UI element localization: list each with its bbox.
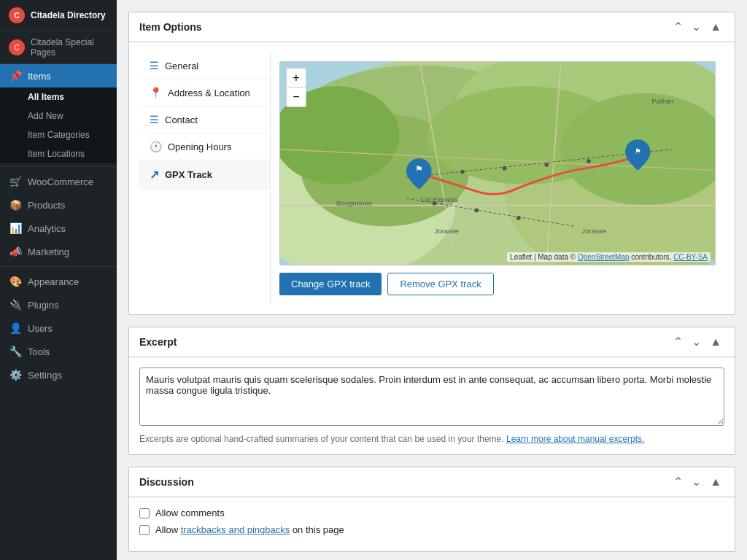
sidebar-item-items[interactable]: 📌 Items (0, 64, 117, 88)
sidebar-divider-2 (0, 266, 117, 267)
sidebar-brand-citadela-directory[interactable]: C Citadela Directory (0, 0, 117, 31)
allow-comments-checkbox[interactable] (139, 508, 150, 518)
item-options-panel-title: Item Options (139, 21, 202, 33)
discussion-allow-comments-item: Allow comments (139, 508, 724, 518)
tab-contact[interactable]: ☰ Contact (139, 106, 270, 133)
ccbysa-link[interactable]: CC-BY-SA (673, 253, 708, 261)
tab-opening-hours[interactable]: 🕐 Opening Hours (139, 133, 270, 160)
sidebar-item-marketing[interactable]: 📣 Marketing (0, 240, 117, 263)
discussion-panel-header: Discussion ⌃ ⌄ ▲ (129, 467, 735, 497)
excerpt-panel-body: Mauris volutpat mauris quis quam sceleri… (129, 357, 735, 454)
sidebar-item-appearance[interactable]: 🎨 Appearance (0, 270, 117, 293)
sidebar-item-users[interactable]: 👤 Users (0, 316, 117, 340)
sidebar-submenu-add-new[interactable]: Add New (0, 106, 117, 125)
item-options-tabs: ☰ General 📍 Address & Location ☰ Contact… (139, 52, 271, 304)
citadela-directory-icon: C (9, 7, 25, 23)
citadela-special-pages-icon: C (9, 39, 25, 55)
map-zoom-in-button[interactable]: + (287, 69, 306, 88)
allow-trackbacks-checkbox[interactable] (139, 525, 150, 535)
gpx-track-tab-icon: ↗ (150, 168, 159, 182)
item-options-panel-header: Item Options ⌃ ⌄ ▲ (129, 12, 735, 42)
sidebar-item-plugins[interactable]: 🔌 Plugins (0, 293, 117, 316)
map-container[interactable]: + − (279, 61, 716, 265)
sidebar-item-analytics-label: Analytics (28, 223, 66, 234)
woocommerce-icon: 🛒 (9, 176, 22, 187)
sidebar-item-settings[interactable]: ⚙️ Settings (0, 363, 117, 386)
item-categories-label: Item Categories (28, 130, 90, 140)
general-tab-icon: ☰ (150, 60, 159, 71)
panel-collapse-down-button[interactable]: ⌄ (689, 20, 704, 34)
map-attribution: Leaflet | Map data © OpenStreetMap contr… (507, 252, 711, 262)
svg-text:Bougnonne: Bougnonne (336, 199, 372, 207)
excerpt-learn-more-link[interactable]: Learn more about manual excerpts. (506, 434, 644, 444)
tab-gpx-track-label: GPX Track (165, 169, 212, 180)
products-icon: 📦 (9, 199, 22, 211)
sidebar-item-analytics[interactable]: 📊 Analytics (0, 217, 117, 240)
tab-contact-label: Contact (165, 114, 198, 125)
map-zoom-out-button[interactable]: − (287, 88, 306, 106)
sidebar-item-products[interactable]: 📦 Products (0, 193, 117, 217)
tab-gpx-track[interactable]: ↗ GPX Track (139, 160, 270, 190)
sidebar-submenu-item-categories[interactable]: Item Categories (0, 125, 117, 144)
all-items-label: All Items (28, 92, 64, 102)
item-options-panel-body: ☰ General 📍 Address & Location ☰ Contact… (129, 42, 735, 314)
item-options-panel: Item Options ⌃ ⌄ ▲ ☰ General 📍 Address &… (128, 12, 735, 315)
svg-point-24 (516, 216, 521, 220)
sidebar-submenu-item-locations[interactable]: Item Locations (0, 144, 117, 163)
excerpt-collapse-up-button[interactable]: ⌃ (670, 335, 686, 349)
sidebar: C Citadela Directory C Citadela Special … (0, 0, 117, 560)
citadela-special-pages-label: Citadela Special Pages (31, 37, 108, 58)
discussion-panel-controls: ⌃ ⌄ ▲ (670, 475, 724, 489)
sidebar-items-submenu: All Items Add New Item Categories Item L… (0, 88, 117, 163)
allow-comments-label: Allow comments (155, 508, 225, 518)
discussion-panel: Discussion ⌃ ⌄ ▲ Allow comments Allow tr… (128, 467, 735, 552)
sidebar-item-woocommerce[interactable]: 🛒 WooCommerce (0, 170, 117, 193)
discussion-collapse-down-button[interactable]: ⌄ (689, 475, 704, 489)
sidebar-item-marketing-label: Marketing (28, 246, 69, 257)
remove-gpx-track-button[interactable]: Remove GPX track (387, 273, 493, 295)
sidebar-item-settings-label: Settings (28, 370, 62, 381)
tab-general-label: General (165, 61, 198, 71)
svg-point-17 (503, 166, 507, 171)
map-zoom-controls: + − (286, 68, 306, 107)
allow-trackbacks-suffix: on this page (290, 524, 344, 535)
panel-toggle-button[interactable]: ▲ (707, 20, 724, 34)
sidebar-submenu-all-items[interactable]: All Items (0, 88, 117, 106)
excerpt-textarea[interactable]: Mauris volutpat mauris quis quam sceleri… (139, 368, 724, 426)
tab-address-location-label: Address & Location (168, 88, 250, 98)
sidebar-item-users-label: Users (28, 323, 53, 334)
excerpt-toggle-button[interactable]: ▲ (707, 335, 724, 349)
contact-tab-icon: ☰ (150, 114, 159, 125)
excerpt-panel-header: Excerpt ⌃ ⌄ ▲ (129, 327, 735, 357)
openstreetmap-link[interactable]: OpenStreetMap (578, 253, 630, 261)
svg-point-18 (544, 163, 549, 167)
item-options-layout: ☰ General 📍 Address & Location ☰ Contact… (139, 52, 724, 304)
panel-collapse-up-button[interactable]: ⌃ (670, 20, 686, 34)
tab-general[interactable]: ☰ General (139, 52, 270, 79)
sidebar-item-tools[interactable]: 🔧 Tools (0, 340, 117, 363)
sidebar-item-plugins-label: Plugins (28, 300, 59, 311)
sidebar-item-items-label: Items (28, 71, 51, 82)
excerpt-collapse-down-button[interactable]: ⌄ (689, 335, 704, 349)
item-locations-label: Item Locations (28, 149, 85, 159)
excerpt-panel-title: Excerpt (139, 336, 177, 348)
tab-address-location[interactable]: 📍 Address & Location (139, 79, 270, 106)
excerpt-panel-controls: ⌃ ⌄ ▲ (670, 335, 724, 349)
items-icon: 📌 (9, 70, 22, 82)
sidebar-divider-1 (0, 166, 117, 167)
address-tab-icon: 📍 (150, 87, 162, 98)
svg-text:Jorasse: Jorasse (434, 227, 459, 235)
sidebar-brand-citadela-special-pages[interactable]: C Citadela Special Pages (0, 31, 117, 64)
analytics-icon: 📊 (9, 222, 22, 234)
svg-point-16 (460, 170, 465, 174)
map-svg: Bougnonne Col Express Jorasse Jorasse Pa… (280, 62, 715, 265)
svg-point-23 (474, 209, 479, 213)
appearance-icon: 🎨 (9, 276, 22, 287)
sidebar-item-woocommerce-label: WooCommerce (28, 176, 93, 187)
allow-trackbacks-label: Allow trackbacks and pingbacks on this p… (155, 524, 344, 535)
discussion-collapse-up-button[interactable]: ⌃ (670, 475, 686, 489)
trackbacks-link[interactable]: trackbacks and pingbacks (181, 524, 290, 535)
svg-text:⚑: ⚑ (415, 165, 423, 174)
change-gpx-track-button[interactable]: Change GPX track (279, 273, 382, 295)
discussion-toggle-button[interactable]: ▲ (707, 475, 724, 489)
